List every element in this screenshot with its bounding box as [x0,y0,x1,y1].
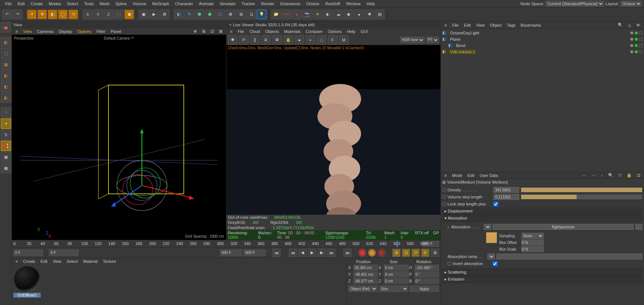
vp-nav3-icon[interactable]: ⊡ [208,29,216,34]
redo-icon[interactable]: ↷ [13,10,22,19]
axis-mode-icon[interactable]: └ [1,107,11,118]
render-settings-icon[interactable]: ✿ [160,10,169,19]
prev-frame-icon[interactable]: ◀ [298,249,306,257]
record-icon[interactable]: ● [292,10,302,19]
edge-mode-icon[interactable]: ◧ [1,81,11,92]
vp-nav-icon[interactable]: ⊕ [191,29,199,34]
lv-menu-cloud[interactable]: Cloud [247,29,262,34]
new-window-icon[interactable]: ⊡ [635,173,643,178]
cube-primitive-icon[interactable]: ◼ [124,10,134,19]
cloud-icon[interactable]: ☁ [333,10,343,19]
pos-key-icon[interactable]: ⊕ [392,249,400,257]
end-frame-field2[interactable] [244,249,266,256]
material-item[interactable]: OctDiffuse1 [13,266,41,304]
coord-system-icon[interactable]: ⬚ [114,10,124,19]
poly-mode-icon[interactable]: ◧ [1,93,11,103]
layout-select[interactable]: Octane [620,1,642,7]
vp-menu-filter[interactable]: Filter [94,29,108,34]
cube-icon[interactable]: ◧ [174,10,184,19]
mat-menu-create[interactable]: Create [21,259,37,264]
search-icon[interactable]: 🔍 [616,23,625,27]
pos-y-field[interactable] [353,271,378,277]
model-mode-icon[interactable]: ◧ [1,37,11,47]
uv-mode-icon[interactable]: ▦ [1,59,11,70]
node-space-select[interactable]: Current (Standard/Physical) [546,1,604,7]
lock-pins-checkbox[interactable] [493,202,498,207]
plus-icon[interactable]: + [306,35,315,45]
bluroffset-field[interactable] [521,239,544,245]
menu-select[interactable]: Select [64,1,81,6]
mat-menu-view[interactable]: View [50,259,64,264]
vp-menu-panel[interactable]: Panel [108,29,123,34]
section-scattering[interactable]: Scattering [442,269,643,276]
size-z-field[interactable] [384,278,408,284]
aperture-icon[interactable]: ✱ [228,35,238,45]
obj-menu-object[interactable]: Object [488,23,504,27]
vp-menu-cameras[interactable]: Cameras [35,29,56,34]
snap-icon[interactable]: ✦ [1,118,11,129]
menu-simulate[interactable]: Simulate [217,1,239,6]
viewport-canvas[interactable]: Perspective Default Camera ⁰⁰ [12,35,226,240]
camera-icon[interactable]: 📷 [302,10,312,19]
menu-render[interactable]: Render [258,1,277,6]
render-view-icon[interactable]: ▣ [139,10,148,19]
mat-menu-edit[interactable]: Edit [38,259,50,264]
menu-file[interactable]: File [2,1,15,6]
vp-nav2-icon[interactable]: ⊞ [200,29,208,34]
size-y-field[interactable] [384,271,408,277]
funnel-icon[interactable]: ▽ [616,173,624,178]
hamburger-icon[interactable]: ≡ [13,29,20,34]
lv-menu-file[interactable]: File [235,29,246,34]
menu-mograph[interactable]: MoGraph [149,1,172,6]
scale-key-icon[interactable]: ⊡ [402,249,410,257]
psr-icon[interactable]: PSR [282,10,291,19]
layers-icon[interactable]: ▤ [375,10,385,19]
y-axis-icon[interactable]: Y [93,10,103,19]
ramp-select[interactable] [487,254,495,259]
menu-animate[interactable]: Animate [196,1,217,6]
vp-menu-display[interactable]: Display [57,29,74,34]
autokey-button[interactable] [368,249,376,257]
x-axis-icon[interactable]: X [83,10,93,19]
pos-z-field[interactable] [353,278,378,284]
camera-tool-icon[interactable]: ⊡ [246,10,256,19]
record-button[interactable] [358,249,366,257]
filter-icon[interactable]: △ [626,23,633,27]
lv-menu-help[interactable]: Help [345,29,358,34]
grid-key-icon[interactable]: ⊞ [431,249,439,257]
section-absorption[interactable]: Absorption [442,215,643,222]
z-axis-icon[interactable]: Z [104,10,113,19]
hamburger-icon[interactable]: ≡ [228,29,235,34]
param-anim-icon[interactable] [447,262,451,265]
step-field[interactable] [493,194,519,200]
mat-menu-material[interactable]: Material [81,259,100,264]
eye-icon[interactable]: 👁 [634,23,643,27]
attr-menu-userdata[interactable]: User Data [477,173,500,178]
scale-tool-icon[interactable]: ◧ [48,10,57,19]
absorption-type-select[interactable] [484,224,491,230]
boole-icon[interactable]: ⬣ [205,10,215,19]
object-row[interactable]: ◧Plane⬚ [442,36,643,42]
object-tree[interactable]: ◧OctaneDayLight⬚◧Plane⬚◧Bend⬚◧Vdb volume… [441,29,644,172]
pause-icon[interactable]: ‖ [250,35,260,45]
refresh-icon[interactable]: ⟳ [239,35,249,45]
lv-menu-options[interactable]: Options [326,29,344,34]
goto-start-icon[interactable]: ⏮ [272,249,281,257]
goto-end-icon[interactable]: ⏭ [343,249,352,257]
coord-size-select[interactable]: Size [379,285,408,292]
menu-edit[interactable]: Edit [15,1,28,6]
menu-character[interactable]: Character [172,1,196,6]
light-icon[interactable]: 💡 [257,10,266,19]
sampling-select[interactable]: None [521,233,544,239]
blend-icon[interactable]: ◉ [344,10,353,19]
section-emission[interactable]: Emission [442,276,643,283]
invert-absorption-checkbox[interactable] [493,261,497,266]
search-icon[interactable]: 🔍 [606,173,616,178]
undo-icon[interactable]: ↶ [2,10,12,19]
absorption-color-swatch[interactable] [486,232,497,243]
deformer-icon[interactable]: ⬢ [226,10,235,19]
material-name[interactable]: OctDiffuse1 [13,293,41,298]
rot-h-field[interactable] [415,265,439,271]
lv-menu-compare[interactable]: Compare [303,29,325,34]
field-icon[interactable]: ⬡ [215,10,225,19]
